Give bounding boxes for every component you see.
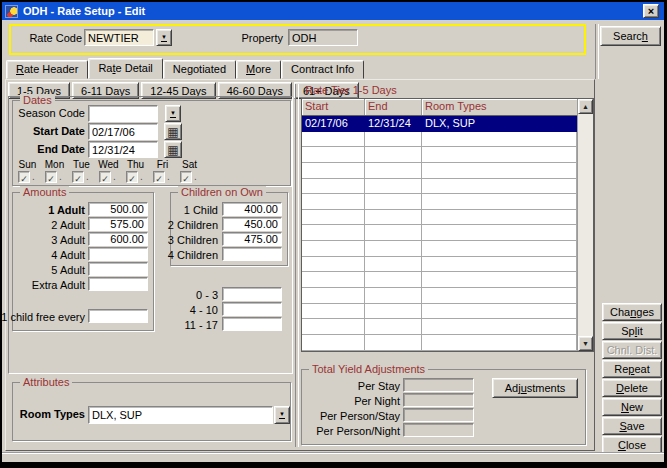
tier-table-row[interactable] [302,288,577,304]
child-free-input[interactable] [88,309,148,323]
save-button[interactable]: Save [602,417,662,435]
age-label-0-3: 0 - 3 [196,289,218,301]
end-date-calendar-button[interactable]: ▦ [164,141,182,158]
day-checkbox[interactable]: ✓ [72,171,84,183]
tier-table-row[interactable] [302,147,577,163]
day-cell-sat: Sat✓. [176,159,203,187]
rate-code-input[interactable] [84,29,154,46]
tier-table-row[interactable] [302,319,577,335]
age-input-0-3[interactable] [222,287,282,301]
delete-button[interactable]: Delete [602,379,662,397]
tier-table-cell [422,194,577,210]
day-checkbox[interactable]: ✓ [18,171,30,183]
children-label-4: 4 Children [168,249,218,261]
new-button[interactable]: New [602,398,662,416]
rate-code-label: Rate Code [29,32,82,44]
tier-table-row[interactable] [302,335,577,351]
close-button[interactable]: × [643,4,659,18]
tier-table-row[interactable]: 02/17/0612/31/24DLX, SUP [302,116,577,132]
check-icon: ✓ [74,174,82,184]
day-cell-thu: Thu✓. [122,159,149,187]
amounts-group-title: Amounts [20,186,69,198]
children-input-1[interactable] [222,202,282,216]
repeat-button[interactable]: Repeat [602,360,662,378]
season-code-lov-button[interactable]: ▼ [165,105,181,122]
per-night-label: Per Night [354,395,400,407]
search-button[interactable]: Search [600,26,661,46]
amount-input-4-adult[interactable] [88,247,148,261]
tier-table-row[interactable] [302,163,577,179]
tier-table-cell [422,335,577,351]
tab-rate-detail[interactable]: Rate Detail [88,58,162,79]
tab-rate-header[interactable]: Rate Header [6,60,88,79]
day-checkbox[interactable]: ✓ [45,171,57,183]
split-button[interactable]: Split [602,322,662,340]
tier-table-row[interactable] [302,304,577,320]
tier-table-row[interactable] [302,272,577,288]
day-cell-tue: Tue✓. [68,159,95,187]
tier-table-cell [422,241,577,257]
amount-input-5-adult[interactable] [88,262,148,276]
tier-table-header-start: Start [302,99,365,115]
scroll-up-icon[interactable]: ▲ [578,99,593,114]
amount-label-extra-adult: Extra Adult [32,279,85,291]
tier-table-cell [302,319,365,335]
per-night-input [403,393,474,407]
tier-table-cell [422,225,577,241]
calendar-icon: ▦ [167,144,178,156]
rate-code-lov-button[interactable]: ▼ [156,29,172,46]
changes-button[interactable]: Changes [602,303,662,321]
children-label-1: 1 Child [184,204,218,216]
tier-table-cell [302,179,365,195]
rate-detail-page: 1-5 Days 6-11 Days 12-45 Days 46-60 Days… [5,79,595,451]
amount-input-1-adult[interactable] [88,202,148,216]
tab-more[interactable]: More [236,60,281,79]
scroll-down-icon[interactable]: ▼ [578,336,593,351]
children-input-2[interactable] [222,217,282,231]
amount-input-extra-adult[interactable] [88,277,148,291]
window-border-bottom [0,462,667,468]
age-input-11-17[interactable] [222,317,282,331]
day-checkbox[interactable]: ✓ [126,171,138,183]
start-date-calendar-button[interactable]: ▦ [164,123,182,140]
tier-table-cell [422,210,577,226]
day-checkbox[interactable]: ✓ [180,171,192,183]
tier-table-scrollbar[interactable]: ▲ ▼ [577,99,593,351]
tier-table-row[interactable] [302,225,577,241]
tier-table-cell [422,272,577,288]
tier-table-row[interactable] [302,179,577,195]
tier-table-row[interactable] [302,257,577,273]
room-types-input[interactable] [88,406,273,424]
age-label-4-10: 4 - 10 [190,304,218,316]
day-checkbox[interactable]: ✓ [99,171,111,183]
room-types-lov-button[interactable]: ▼ [274,406,290,424]
tier-table-row[interactable] [302,132,577,148]
per-stay-label: Per Stay [358,380,400,392]
amount-input-3-adult[interactable] [88,232,148,246]
amount-label-1-adult: 1 Adult [48,204,85,216]
season-code-input[interactable] [88,105,158,122]
tier-table-row[interactable] [302,241,577,257]
amount-input-2-adult[interactable] [88,217,148,231]
tab-negotiated[interactable]: Negotiated [163,60,236,79]
tier-table-row[interactable] [302,210,577,226]
tier-table-row[interactable] [302,194,577,210]
children-input-3[interactable] [222,232,282,246]
child-free-label: 1 child free every [1,311,85,323]
tier-table-header: Start End Room Types [302,99,593,116]
age-input-4-10[interactable] [222,302,282,316]
per-person-stay-label: Per Person/Stay [320,410,400,422]
children-input-4[interactable] [222,247,282,261]
start-date-input[interactable] [88,123,158,140]
day-checkbox[interactable]: ✓ [153,171,165,183]
adjustments-button[interactable]: Adjustments [492,378,578,398]
amounts-group: Amounts 1 Adult 2 Adult 3 Adult 4 Adult … [12,192,154,331]
day-cell-mon: Mon✓. [41,159,68,187]
tier-table-cell [422,288,577,304]
end-date-input[interactable] [88,141,158,158]
tier-table: Start End Room Types 02/17/0612/31/24DLX… [301,98,594,352]
check-icon: ✓ [182,174,190,184]
yield-group-title: Total Yield Adjustments [309,363,428,375]
tab-contract-info[interactable]: Contract Info [281,60,364,79]
tier-table-cell [365,132,422,148]
